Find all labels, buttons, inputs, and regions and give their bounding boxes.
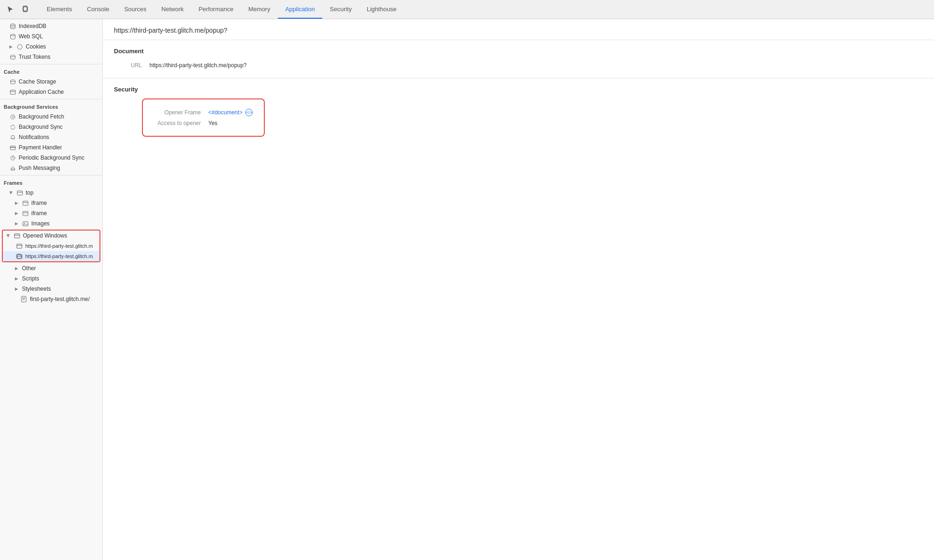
tab-security[interactable]: Security [322,0,359,19]
cookies-chevron: ▶ [9,44,13,49]
window2-icon [16,253,22,259]
sidebar-label-other: Other [22,265,36,272]
sidebar-item-iframe1[interactable]: ▶ iframe [0,198,102,208]
security-section: Security Opener Frame <#document> </> Ac… [103,78,934,144]
sidebar-label-trust-tokens: Trust Tokens [19,54,50,60]
sidebar-item-images[interactable]: ▶ Images [0,218,102,229]
svg-rect-25 [17,244,22,248]
devtools-toolbar: Elements Console Sources Network Perform… [0,0,934,19]
sidebar-item-opened-windows[interactable]: ▶ Opened Windows [3,231,99,241]
tab-application[interactable]: Application [278,0,323,19]
toolbar-icons [4,3,32,16]
sidebar-label-cookies: Cookies [26,43,46,50]
sidebar-label-app-cache: Application Cache [19,89,64,95]
opened-windows-group: ▶ Opened Windows https://third-party-tes… [2,230,100,262]
top-chevron: ▶ [9,191,14,195]
sidebar-item-top[interactable]: ▶ top [0,188,102,198]
svg-point-22 [24,223,25,224]
tab-memory[interactable]: Memory [241,0,278,19]
scripts-chevron: ▶ [15,276,18,281]
opened-windows-chevron: ▶ [6,234,11,238]
periodic-bg-sync-icon [9,154,16,161]
cursor-icon-button[interactable] [4,3,17,16]
sidebar-item-iframe2[interactable]: ▶ iframe [0,208,102,218]
svg-point-5 [10,55,15,57]
sidebar-label-stylesheets: Stylesheets [22,286,51,292]
opened-windows-label: Opened Windows [23,232,67,239]
sidebar-item-cookies[interactable]: ▶ Cookies [0,42,102,52]
sidebar-label-websql: Web SQL [19,33,43,40]
sidebar-item-indexeddb[interactable]: IndexedDB [0,21,102,31]
window1-url: https://third-party-test.glitch.m [25,243,93,249]
tab-lighthouse[interactable]: Lighthouse [359,0,404,19]
tab-performance[interactable]: Performance [191,0,241,19]
database-icon [9,23,16,29]
sidebar-item-trust-tokens[interactable]: Trust Tokens [0,52,102,62]
sidebar-label-bg-fetch: Background Fetch [19,113,64,120]
sidebar-item-first-party[interactable]: first-party-test.glitch.me/ [0,294,102,304]
tab-sources[interactable]: Sources [117,0,154,19]
push-messaging-icon [9,165,16,171]
iframe2-icon [22,210,28,217]
iframe2-chevron: ▶ [15,211,18,216]
document-section-title: Document [114,48,923,55]
sidebar-item-other[interactable]: ▶ Other [0,263,102,273]
sidebar-item-stylesheets[interactable]: ▶ Stylesheets [0,284,102,294]
svg-rect-21 [23,222,28,226]
opener-frame-link[interactable]: <#document> </> [208,109,253,116]
svg-point-2 [10,24,15,26]
opened-windows-icon [14,232,20,239]
sidebar-label-bg-sync: Background Sync [19,124,63,130]
sidebar: IndexedDB Web SQL ▶ Cookies Trust Tokens [0,19,103,560]
security-section-title: Security [114,86,923,93]
sidebar-item-payment-handler[interactable]: Payment Handler [0,142,102,153]
page-url-header: https://third-party-test.glitch.me/popup… [103,19,934,40]
svg-rect-7 [10,90,15,94]
svg-rect-17 [23,201,28,205]
other-chevron: ▶ [15,266,18,271]
top-frame-icon [16,189,23,196]
svg-rect-15 [17,191,22,195]
url-field-row: URL https://third-party-test.glitch.me/p… [114,60,923,70]
sidebar-label-images: Images [31,220,50,227]
tab-console[interactable]: Console [79,0,117,19]
sidebar-label-payment-handler: Payment Handler [19,144,62,151]
svg-point-6 [10,80,15,82]
sidebar-item-scripts[interactable]: ▶ Scripts [0,273,102,284]
sidebar-item-cache-storage[interactable]: Cache Storage [0,77,102,87]
page-url: https://third-party-test.glitch.me/popup… [114,27,227,34]
bg-fetch-icon [9,113,16,120]
device-toggle-button[interactable] [19,3,32,16]
images-icon [22,220,28,227]
trust-tokens-icon [9,54,16,60]
sidebar-label-periodic-bg-sync: Periodic Background Sync [19,154,85,161]
sidebar-item-window1[interactable]: https://third-party-test.glitch.m [3,241,99,251]
svg-point-3 [10,34,15,36]
sidebar-item-notifications[interactable]: Notifications [0,132,102,142]
sidebar-label-top: top [26,189,34,196]
sidebar-item-periodic-bg-sync[interactable]: Periodic Background Sync [0,153,102,163]
sidebar-item-window2[interactable]: https://third-party-test.glitch.m [3,251,99,261]
sidebar-item-bg-fetch[interactable]: Background Fetch [0,112,102,122]
sidebar-item-push-messaging[interactable]: Push Messaging [0,163,102,173]
device-icon [21,6,29,13]
url-field-label: URL [114,62,142,69]
bg-sync-icon [9,124,16,130]
opener-frame-link-text: <#document> [208,109,242,116]
sidebar-label-cache-storage: Cache Storage [19,78,56,85]
sidebar-item-websql[interactable]: Web SQL [0,31,102,42]
svg-rect-11 [10,146,15,150]
cursor-icon [7,6,14,13]
cookies-icon [16,43,23,50]
main-content: https://third-party-test.glitch.me/popup… [103,19,934,560]
sidebar-item-bg-sync[interactable]: Background Sync [0,122,102,132]
window2-url: https://third-party-test.glitch.m [25,253,93,259]
cache-section-header: Cache [0,66,102,77]
security-box: Opener Frame <#document> </> Access to o… [142,98,265,137]
url-field-value: https://third-party-test.glitch.me/popup… [149,62,247,69]
sidebar-label-scripts: Scripts [22,275,39,282]
sidebar-item-app-cache[interactable]: Application Cache [0,87,102,97]
tab-network[interactable]: Network [154,0,191,19]
tab-elements[interactable]: Elements [39,0,79,19]
svg-rect-23 [14,234,20,238]
